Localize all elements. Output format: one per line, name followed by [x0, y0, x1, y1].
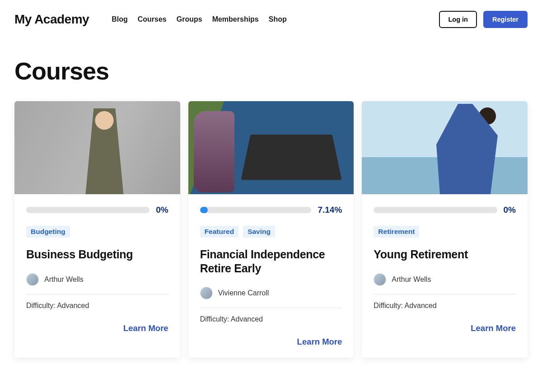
course-title: Business Budgeting	[26, 247, 168, 261]
progress-fill	[200, 207, 208, 213]
divider	[200, 308, 342, 308]
learn-more-link[interactable]: Learn More	[200, 337, 342, 347]
course-difficulty: Difficulty: Advanced	[26, 302, 168, 310]
course-card[interactable]: 7.14% Featured Saving Financial Independ…	[188, 101, 354, 358]
course-card[interactable]: 0% Budgeting Business Budgeting Arthur W…	[14, 101, 180, 358]
progress-bar	[26, 207, 150, 213]
course-author[interactable]: Arthur Wells	[374, 273, 516, 286]
author-name: Arthur Wells	[392, 275, 431, 284]
course-tag[interactable]: Budgeting	[26, 226, 70, 238]
auth-buttons: Log in Register	[439, 11, 528, 28]
course-author[interactable]: Vivienne Carroll	[200, 287, 342, 299]
learn-more-link[interactable]: Learn More	[374, 323, 516, 333]
course-tag[interactable]: Saving	[243, 226, 275, 238]
progress-percent: 7.14%	[318, 205, 342, 215]
author-avatar-icon	[26, 273, 39, 286]
nav-blog[interactable]: Blog	[112, 15, 128, 23]
course-author[interactable]: Arthur Wells	[26, 273, 168, 286]
register-button[interactable]: Register	[483, 11, 528, 28]
author-name: Arthur Wells	[44, 275, 84, 284]
nav-groups[interactable]: Groups	[177, 15, 202, 23]
learn-more-link[interactable]: Learn More	[26, 323, 168, 333]
progress-bar	[374, 207, 497, 213]
author-name: Vivienne Carroll	[218, 289, 269, 297]
nav-courses[interactable]: Courses	[138, 15, 167, 23]
progress-percent: 0%	[504, 205, 516, 215]
brand-logo[interactable]: My Academy	[14, 12, 89, 27]
page-title: Courses	[14, 57, 528, 85]
divider	[374, 294, 516, 294]
course-image	[362, 101, 528, 194]
progress-bar	[200, 207, 312, 213]
course-image	[188, 101, 354, 194]
progress-percent: 0%	[156, 205, 168, 215]
course-title: Financial Independence Retire Early	[200, 247, 342, 275]
course-title: Young Retirement	[374, 247, 516, 261]
course-difficulty: Difficulty: Advanced	[200, 315, 342, 323]
course-grid: 0% Budgeting Business Budgeting Arthur W…	[14, 101, 528, 358]
course-tag[interactable]: Retirement	[374, 226, 419, 238]
course-image	[14, 101, 180, 194]
course-tag[interactable]: Featured	[200, 226, 238, 238]
main-nav: Blog Courses Groups Memberships Shop	[112, 15, 416, 23]
author-avatar-icon	[374, 273, 386, 286]
course-difficulty: Difficulty: Advanced	[374, 302, 516, 310]
divider	[26, 294, 168, 294]
course-card[interactable]: 0% Retirement Young Retirement Arthur We…	[362, 101, 528, 358]
login-button[interactable]: Log in	[439, 11, 477, 28]
nav-shop[interactable]: Shop	[269, 15, 287, 23]
author-avatar-icon	[200, 287, 213, 299]
nav-memberships[interactable]: Memberships	[212, 15, 259, 23]
